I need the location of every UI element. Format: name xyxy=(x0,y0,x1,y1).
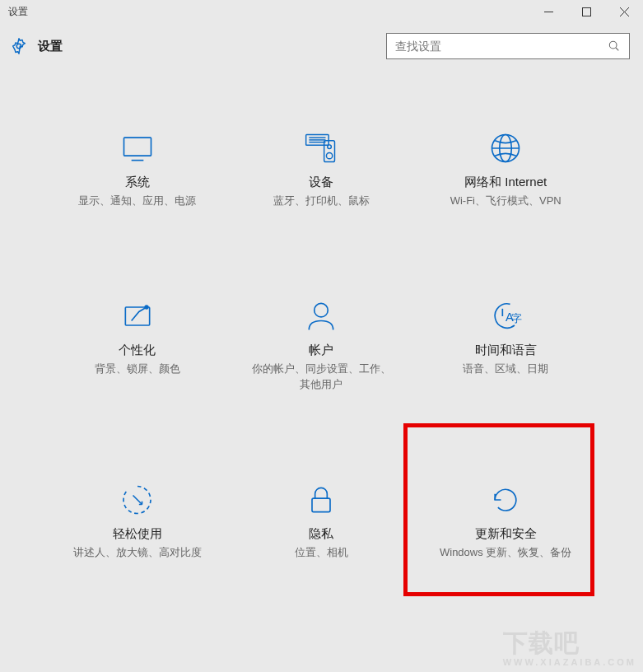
tile-desc: Windows 更新、恢复、备份 xyxy=(440,545,571,561)
minimize-button[interactable] xyxy=(529,0,567,23)
tile-desc: Wi-Fi、飞行模式、VPN xyxy=(450,194,561,209)
svg-rect-19 xyxy=(125,307,149,325)
tile-privacy[interactable]: 隐私 位置、相机 xyxy=(234,478,410,564)
tile-update-security[interactable]: 更新和安全 Windows 更新、恢复、备份 xyxy=(417,478,594,564)
watermark-main: 下载吧 xyxy=(503,629,580,656)
tile-title: 系统 xyxy=(125,175,150,190)
ease-of-access-icon xyxy=(119,482,156,518)
close-button[interactable] xyxy=(605,0,643,23)
svg-text:字: 字 xyxy=(511,312,522,324)
tile-time-language[interactable]: A 字 时间和语言 语音、区域、日期 xyxy=(417,295,594,396)
person-icon xyxy=(303,298,339,334)
window-controls xyxy=(529,0,643,23)
tile-title: 个性化 xyxy=(119,343,156,358)
time-language-icon: A 字 xyxy=(487,298,524,334)
tile-desc: 语音、区域、日期 xyxy=(463,362,548,377)
watermark: 下载吧 WWW.XIAZAIBA.COM xyxy=(503,627,636,667)
tile-title: 更新和安全 xyxy=(475,526,537,542)
svg-point-14 xyxy=(328,145,332,149)
paint-icon xyxy=(119,298,156,334)
lock-icon xyxy=(303,482,339,518)
tile-title: 轻松使用 xyxy=(113,526,162,542)
window-titlebar: 设置 xyxy=(0,0,643,23)
window-title: 设置 xyxy=(8,5,28,19)
tile-title: 网络和 Internet xyxy=(464,175,547,190)
tile-accounts[interactable]: 帐户 你的帐户、同步设置、工作、其他用户 xyxy=(234,295,410,396)
svg-point-15 xyxy=(327,153,333,159)
update-icon xyxy=(487,482,524,518)
svg-rect-25 xyxy=(312,498,330,512)
maximize-button[interactable] xyxy=(567,0,605,23)
svg-rect-7 xyxy=(123,138,151,156)
watermark-sub: WWW.XIAZAIBA.COM xyxy=(503,657,636,667)
svg-line-6 xyxy=(616,48,618,50)
svg-point-20 xyxy=(145,306,148,309)
svg-point-5 xyxy=(609,41,617,49)
tile-desc: 位置、相机 xyxy=(295,545,348,561)
tile-desc: 讲述人、放大镜、高对比度 xyxy=(73,545,202,561)
tile-desc: 背景、锁屏、颜色 xyxy=(95,362,180,377)
search-box[interactable] xyxy=(386,33,630,59)
tile-network[interactable]: 网络和 Internet Wi-Fi、飞行模式、VPN xyxy=(417,127,594,212)
search-icon xyxy=(608,40,621,53)
tile-title: 设备 xyxy=(309,175,333,190)
tile-desc: 你的帐户、同步设置、工作、其他用户 xyxy=(251,362,391,393)
app-header: 设置 xyxy=(0,23,643,69)
tile-title: 时间和语言 xyxy=(475,343,537,358)
tile-title: 帐户 xyxy=(309,343,333,358)
gear-icon xyxy=(10,37,28,55)
tile-desc: 显示、通知、应用、电源 xyxy=(78,194,196,209)
globe-icon xyxy=(487,130,524,166)
tile-ease-of-access[interactable]: 轻松使用 讲述人、放大镜、高对比度 xyxy=(49,478,226,564)
app-name: 设置 xyxy=(38,39,63,54)
tile-system[interactable]: 系统 显示、通知、应用、电源 xyxy=(49,127,226,212)
display-icon xyxy=(119,130,156,166)
svg-rect-1 xyxy=(582,7,590,16)
tile-personalization[interactable]: 个性化 背景、锁屏、颜色 xyxy=(49,295,226,396)
tile-desc: 蓝牙、打印机、鼠标 xyxy=(273,194,370,209)
settings-grid: 系统 显示、通知、应用、电源 设备 蓝牙、打印机、鼠标 网络和 Internet xyxy=(0,69,643,563)
tile-devices[interactable]: 设备 蓝牙、打印机、鼠标 xyxy=(234,127,410,212)
tile-title: 隐私 xyxy=(309,526,333,542)
devices-icon xyxy=(303,130,339,166)
search-input[interactable] xyxy=(395,40,608,53)
svg-point-21 xyxy=(315,303,328,317)
